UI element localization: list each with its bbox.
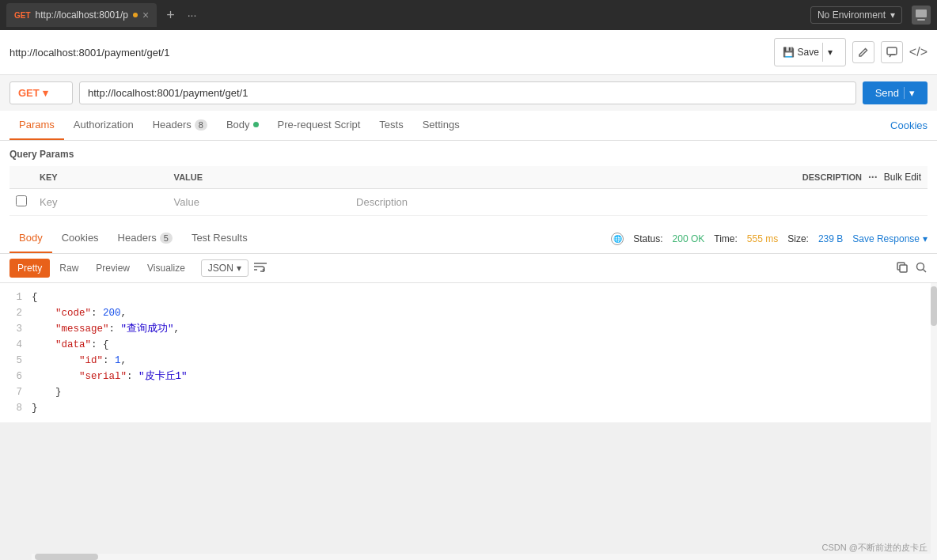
format-actions — [896, 261, 928, 276]
response-tabs-row: Body Cookies Headers 5 Test Results 🌐 St… — [0, 224, 937, 254]
watermark: CSDN @不断前进的皮卡丘 — [822, 542, 928, 554]
json-format-selector[interactable]: JSON ▾ — [201, 259, 248, 277]
env-label: No Environment — [818, 9, 886, 21]
search-button[interactable] — [915, 261, 928, 276]
response-tab-headers[interactable]: Headers 5 — [108, 224, 182, 253]
response-section: Body Cookies Headers 5 Test Results 🌐 St… — [0, 224, 937, 560]
line-content: "message": "查询成功", — [32, 321, 937, 337]
table-row: Key Value Description — [9, 189, 928, 216]
tab-authorization[interactable]: Authorization — [64, 111, 143, 140]
save-dropdown-icon[interactable]: ▾ — [822, 43, 837, 62]
line-content: { — [32, 289, 937, 305]
format-tab-raw[interactable]: Raw — [51, 259, 86, 278]
bulk-edit-button[interactable]: Bulk Edit — [884, 172, 921, 183]
tab-headers[interactable]: Headers 8 — [143, 111, 217, 140]
environment-selector[interactable]: No Environment ▾ — [810, 6, 902, 24]
tab-dirty-dot — [133, 13, 138, 17]
checkbox-col-header — [9, 166, 33, 189]
line-content: "data": { — [32, 337, 937, 353]
save-button[interactable]: 💾 Save ▾ — [774, 38, 846, 66]
response-headers-badge: 5 — [160, 233, 173, 244]
svg-point-4 — [917, 263, 924, 270]
line-number: 4 — [0, 337, 32, 353]
response-tab-cookies[interactable]: Cookies — [52, 224, 108, 253]
save-response-button[interactable]: Save Response ▾ — [852, 233, 928, 244]
code-line: 4 "data": { — [0, 337, 937, 353]
tab-method: GET — [14, 11, 31, 20]
send-dropdown-icon[interactable]: ▾ — [904, 87, 915, 99]
tab-add-button[interactable]: + — [160, 7, 181, 24]
tab-bar: GET http://localhost:8001/p × + ··· No E… — [0, 0, 937, 30]
row-checkbox[interactable] — [16, 195, 27, 206]
copy-button[interactable] — [896, 261, 909, 276]
tab-close-button[interactable]: × — [142, 9, 149, 21]
send-label: Send — [875, 87, 899, 99]
save-icon: 💾 — [783, 47, 795, 58]
json-code-viewer[interactable]: 1 { 2 "code": 200, 3 "message": "查询成功", … — [0, 283, 937, 422]
svg-line-5 — [924, 269, 927, 272]
method-chevron-icon: ▾ — [43, 87, 48, 99]
top-section: http://localhost:8001/payment/get/1 💾 Sa… — [0, 30, 937, 224]
value-cell[interactable]: Value — [168, 189, 350, 216]
tab-bar-right: No Environment ▾ — [810, 6, 931, 25]
status-value: 200 OK — [673, 233, 705, 244]
size-label: Size: — [787, 233, 809, 244]
svg-rect-3 — [900, 265, 907, 272]
line-content: } — [32, 384, 937, 400]
format-tab-visualize[interactable]: Visualize — [139, 259, 193, 278]
url-input[interactable] — [79, 81, 856, 104]
response-tab-body[interactable]: Body — [9, 224, 52, 253]
edit-button[interactable] — [852, 41, 874, 63]
tab-pre-request[interactable]: Pre-request Script — [268, 111, 370, 140]
line-number: 6 — [0, 369, 32, 384]
request-url-display: http://localhost:8001/payment/get/1 — [9, 47, 169, 59]
more-options-icon[interactable]: ··· — [868, 171, 878, 184]
line-number: 1 — [0, 289, 32, 305]
params-table: KEY VALUE DESCRIPTION ··· Bulk Edit — [9, 166, 928, 216]
svg-rect-1 — [917, 19, 925, 21]
line-number: 2 — [0, 305, 32, 321]
code-line: 6 "serial": "皮卡丘1" — [0, 369, 937, 384]
active-tab[interactable]: GET http://localhost:8001/p × — [6, 3, 157, 27]
body-dot-icon — [253, 122, 259, 127]
line-content: } — [32, 400, 937, 416]
tab-more-button[interactable]: ··· — [184, 9, 200, 21]
response-tab-test-results[interactable]: Test Results — [182, 224, 257, 253]
save-response-chevron-icon: ▾ — [923, 233, 928, 244]
method-selector[interactable]: GET ▾ — [9, 81, 73, 104]
headers-badge: 8 — [195, 119, 207, 131]
query-params-title: Query Params — [9, 149, 928, 160]
row-checkbox-cell — [9, 189, 33, 216]
code-toggle-button[interactable]: </> — [909, 45, 928, 59]
scrollbar-thumb-right[interactable] — [931, 286, 937, 326]
svg-rect-2 — [887, 47, 897, 55]
scrollbar-track-bottom — [32, 554, 937, 560]
avatar[interactable] — [912, 6, 931, 25]
method-url-row: GET ▾ Send ▾ — [0, 75, 937, 111]
tab-settings[interactable]: Settings — [413, 111, 469, 140]
time-value: 555 ms — [747, 233, 778, 244]
line-number: 3 — [0, 321, 32, 337]
response-status-bar: 🌐 Status: 200 OK Time: 555 ms Size: 239 … — [611, 233, 928, 245]
line-content: "id": 1, — [32, 353, 937, 369]
scrollbar-thumb-bottom[interactable] — [35, 554, 98, 560]
status-label: Status: — [633, 233, 662, 244]
format-tab-pretty[interactable]: Pretty — [9, 259, 50, 278]
code-line: 7 } — [0, 384, 937, 400]
key-cell[interactable]: Key — [33, 189, 168, 216]
tab-body[interactable]: Body — [217, 111, 268, 140]
send-button[interactable]: Send ▾ — [863, 81, 928, 104]
cookies-link[interactable]: Cookies — [890, 119, 928, 131]
tab-tests[interactable]: Tests — [370, 111, 412, 140]
wrap-icon[interactable] — [253, 261, 267, 275]
code-line: 1 { — [0, 289, 937, 305]
format-chevron-icon: ▾ — [237, 263, 241, 274]
tab-params[interactable]: Params — [9, 111, 64, 140]
comment-button[interactable] — [881, 41, 903, 63]
description-cell[interactable]: Description — [350, 189, 928, 216]
scrollbar-track-right — [931, 283, 937, 560]
save-label: Save — [798, 47, 819, 58]
format-tab-preview[interactable]: Preview — [88, 259, 138, 278]
code-line: 2 "code": 200, — [0, 305, 937, 321]
code-wrapper: 1 { 2 "code": 200, 3 "message": "查询成功", … — [0, 283, 937, 560]
